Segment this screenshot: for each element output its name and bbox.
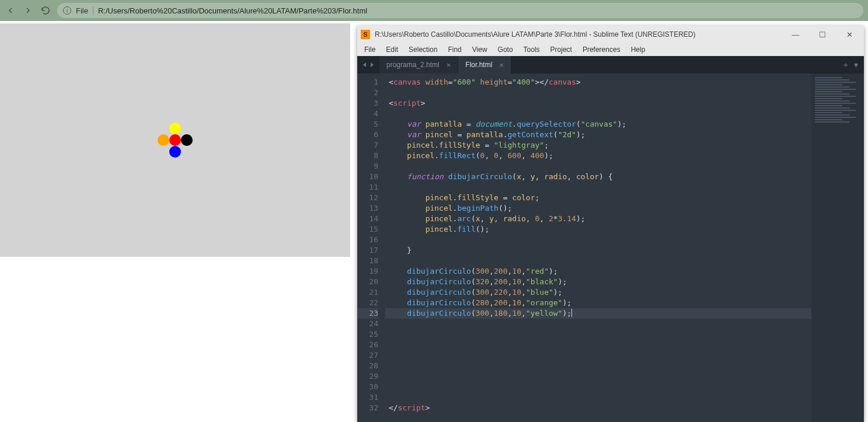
code-line[interactable]: pincel.beginPath();	[385, 203, 811, 214]
code-line[interactable]: <canvas width="600" height="400"></canva…	[385, 77, 811, 88]
sublime-logo-icon: S	[361, 30, 370, 39]
close-tab-icon[interactable]: ×	[499, 61, 504, 69]
menubar: FileEditSelectionFindViewGotoToolsProjec…	[357, 43, 864, 56]
code-line[interactable]: dibujarCirculo(300,180,10,"yellow");	[385, 308, 811, 319]
code-line[interactable]: dibujarCirculo(320,200,10,"black");	[385, 277, 811, 287]
code-line[interactable]	[385, 340, 811, 350]
tab-history-nav[interactable]	[357, 56, 379, 74]
tab-next-icon	[369, 62, 375, 68]
line-number: 7	[357, 140, 378, 151]
code-line[interactable]: pincel.fillStyle = "lightgray";	[385, 140, 811, 151]
tab-label: programa_2.html	[386, 61, 440, 69]
line-number: 13	[357, 203, 378, 214]
code-area[interactable]: 1234567891011121314151617181920212223242…	[357, 74, 864, 422]
menu-find[interactable]: Find	[443, 44, 466, 55]
line-number: 20	[357, 277, 378, 287]
code-line[interactable]: <script>	[385, 98, 811, 109]
window-title: R:\Users\Roberto Castillo\Documents\Alur…	[375, 30, 780, 39]
menu-selection[interactable]: Selection	[404, 44, 442, 55]
line-number: 12	[357, 193, 378, 203]
canvas-output	[0, 23, 350, 257]
line-number: 26	[357, 340, 378, 350]
line-number: 29	[357, 371, 378, 382]
omnibox-separator	[93, 6, 93, 15]
tab-overflow-button[interactable]: ▾	[854, 60, 858, 69]
minimize-button[interactable]: —	[785, 26, 807, 43]
code-line[interactable]	[385, 329, 811, 340]
line-number: 27	[357, 350, 378, 361]
line-number: 31	[357, 392, 378, 403]
code-line[interactable]	[385, 161, 811, 172]
petal-red	[169, 134, 181, 146]
menu-tools[interactable]: Tools	[519, 44, 545, 55]
line-number: 2	[357, 88, 378, 98]
tab-prev-icon	[362, 62, 368, 68]
window-titlebar[interactable]: S R:\Users\Roberto Castillo\Documents\Al…	[357, 26, 864, 43]
code-line[interactable]	[385, 361, 811, 371]
new-tab-button[interactable]: +	[843, 60, 848, 69]
line-number: 25	[357, 329, 378, 340]
reload-button[interactable]	[40, 5, 51, 16]
code-line[interactable]: </script>	[385, 403, 811, 413]
code-line[interactable]: var pincel = pantalla.getContext("2d");	[385, 130, 811, 140]
petal-black	[181, 134, 193, 146]
code-line[interactable]	[385, 109, 811, 119]
line-number: 23	[357, 308, 378, 319]
code-line[interactable]	[385, 350, 811, 361]
code-line[interactable]	[385, 382, 811, 392]
code-line[interactable]: pincel.fillStyle = color;	[385, 193, 811, 203]
maximize-button[interactable]: ☐	[811, 26, 834, 43]
code-line[interactable]	[385, 88, 811, 98]
line-number: 10	[357, 172, 378, 182]
file-scheme-label: File	[76, 6, 88, 15]
code-line[interactable]	[385, 371, 811, 382]
menu-edit[interactable]: Edit	[381, 44, 403, 55]
line-number: 1	[357, 77, 378, 88]
code-line[interactable]: pincel.fillRect(0, 0, 600, 400);	[385, 151, 811, 161]
code-line[interactable]	[385, 256, 811, 266]
line-number: 28	[357, 361, 378, 371]
forward-button[interactable]	[22, 6, 34, 15]
menu-preferences[interactable]: Preferences	[578, 44, 625, 55]
line-number: 21	[357, 287, 378, 298]
code-line[interactable]: dibujarCirculo(300,220,10,"blue");	[385, 287, 811, 298]
menu-file[interactable]: File	[360, 44, 380, 55]
code-line[interactable]	[385, 235, 811, 245]
line-number: 5	[357, 119, 378, 130]
minimap[interactable]	[811, 74, 864, 422]
menu-project[interactable]: Project	[546, 44, 577, 55]
line-number: 16	[357, 235, 378, 245]
back-button[interactable]	[5, 6, 16, 15]
tab-flor-html[interactable]: Flor.html×	[458, 56, 511, 74]
close-tab-icon[interactable]: ×	[447, 61, 451, 69]
code-line[interactable]: pincel.arc(x, y, radio, 0, 2*3.14);	[385, 214, 811, 224]
tab-strip: programa_2.html×Flor.html× + ▾	[357, 56, 864, 74]
code-line[interactable]	[385, 319, 811, 329]
code-line[interactable]: dibujarCirculo(280,200,10,"orange");	[385, 298, 811, 308]
menu-goto[interactable]: Goto	[493, 44, 518, 55]
line-number: 6	[357, 130, 378, 140]
sublime-window: S R:\Users\Roberto Castillo\Documents\Al…	[357, 26, 864, 422]
code-line[interactable]	[385, 392, 811, 403]
address-bar[interactable]: i File R:/Users/Roberto%20Castillo/Docum…	[57, 3, 863, 18]
site-info-icon[interactable]: i	[63, 6, 71, 15]
tab-programa_2-html[interactable]: programa_2.html×	[379, 56, 458, 74]
code-line[interactable]: pincel.fill();	[385, 224, 811, 235]
petal-yellow	[169, 123, 181, 134]
menu-view[interactable]: View	[468, 44, 492, 55]
menu-help[interactable]: Help	[626, 44, 650, 55]
code-line[interactable]: var pantalla = document.querySelector("c…	[385, 119, 811, 130]
gutter: 1234567891011121314151617181920212223242…	[357, 74, 385, 422]
line-number: 8	[357, 151, 378, 161]
code-line[interactable]: dibujarCirculo(300,200,10,"red");	[385, 266, 811, 277]
line-number: 17	[357, 245, 378, 256]
code-line[interactable]	[385, 182, 811, 193]
line-number: 14	[357, 214, 378, 224]
code-line[interactable]: function dibujarCirculo(x, y, radio, col…	[385, 172, 811, 182]
code-line[interactable]: }	[385, 245, 811, 256]
code-text[interactable]: <canvas width="600" height="400"></canva…	[385, 74, 811, 422]
line-number: 22	[357, 298, 378, 308]
line-number: 30	[357, 382, 378, 392]
close-window-button[interactable]: ✕	[838, 26, 860, 43]
petal-blue	[169, 146, 181, 158]
